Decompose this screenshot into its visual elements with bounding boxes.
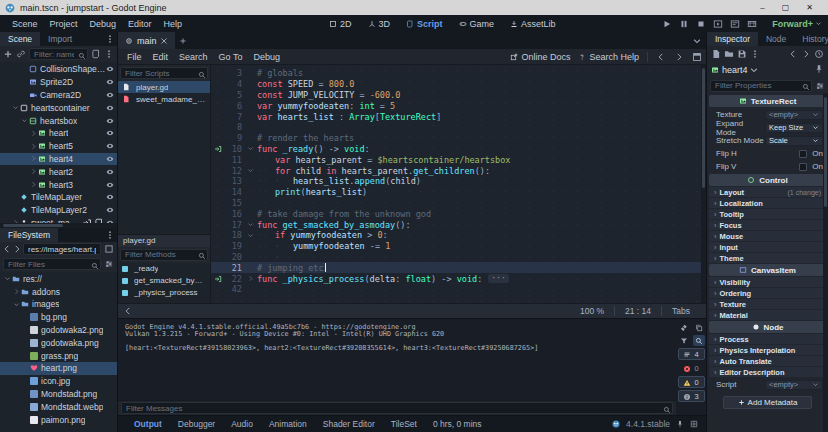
script-menu-file[interactable]: File [122, 51, 147, 63]
code-line-6[interactable]: 6var yummyfoodeaten: int = 5 [211, 100, 706, 111]
line-number[interactable]: 19 [224, 241, 245, 251]
scene-tree-menu-button[interactable] [104, 49, 114, 59]
fs-item-addons[interactable]: addons [0, 285, 117, 298]
copy-output-button[interactable] [693, 322, 705, 333]
clear-output-button[interactable] [678, 322, 690, 333]
filter-warnings-toggle[interactable]: 0 [678, 376, 705, 388]
code-line-42[interactable]: 42 [211, 284, 706, 295]
close-tab-button[interactable] [161, 37, 168, 44]
property-group-localization[interactable]: ›Localization [709, 198, 826, 208]
fs-back-button[interactable] [3, 246, 10, 253]
code-line-19[interactable]: 19››yummyfoodeaten -= 1 [211, 241, 706, 252]
code-line-21[interactable]: 21# jumping etc [211, 262, 706, 273]
inspector-vscrollbar[interactable] [823, 93, 828, 432]
fs-path-input[interactable] [23, 243, 101, 255]
fs-item-res-[interactable]: res:// [0, 273, 117, 286]
workspace-2d[interactable]: 2D [322, 18, 359, 30]
line-number[interactable]: 12 [224, 166, 245, 176]
bottom-tab-tileset[interactable]: TileSet [383, 419, 425, 429]
fs-filter-input[interactable] [3, 258, 101, 270]
property-group-ordering[interactable]: ›Ordering [709, 288, 826, 298]
code-line-7[interactable]: 7var hearts_list : Array[TextureRect] [211, 111, 706, 122]
checkbox-flip-h[interactable] [799, 150, 807, 158]
renderer-selector[interactable]: Forward+ [772, 19, 822, 29]
menu-debug[interactable]: Debug [84, 18, 123, 30]
resource-options-button[interactable] [750, 49, 760, 59]
property-group-theme[interactable]: ›Theme [709, 253, 826, 263]
bottom-tab-shader-editor[interactable]: Shader Editor [315, 419, 383, 429]
visibility-toggle[interactable] [106, 168, 114, 176]
fs-item-heart-png[interactable]: heart.png [0, 362, 117, 375]
scene-node-CollisionShape2D[interactable]: CollisionShape2D [0, 63, 117, 76]
tab-filesystem[interactable]: FileSystem [0, 228, 58, 242]
fold-toggle[interactable] [245, 232, 256, 239]
tab-inspector[interactable]: Inspector [707, 32, 758, 46]
fs-item-icon-jpg[interactable]: icon.jpg [0, 375, 117, 388]
code-line-9[interactable]: 9# render the hearts [211, 133, 706, 144]
line-number[interactable]: 7 [224, 112, 245, 122]
workspace-assetlib[interactable]: AssetLib [503, 18, 563, 30]
visibility-toggle[interactable] [106, 65, 114, 73]
filter-messages-toggle[interactable]: 4 [678, 348, 705, 360]
scene-node-heart5[interactable]: heart5 [0, 140, 117, 153]
line-number[interactable]: 5 [224, 90, 245, 100]
line-number[interactable]: 14 [224, 187, 245, 197]
method-item-get_smacked_by_asmoday[interactable]: get_smacked_by_asmoday [118, 275, 210, 287]
property-group-focus[interactable]: ›Focus [709, 220, 826, 230]
tab-node[interactable]: Node [758, 32, 794, 46]
fs-item-godotwaka-png[interactable]: godotwaka.png [0, 336, 117, 349]
minimize-button[interactable]: – [760, 4, 764, 12]
scene-node-heartscontainer[interactable]: heartscontainer [0, 101, 117, 114]
play-scene-button[interactable] [713, 19, 723, 29]
property-group-tooltip[interactable]: ›Tooltip [709, 209, 826, 219]
code-line-13[interactable]: 13››hearts_list.append(child) [211, 176, 706, 187]
code-line-16[interactable]: 16# take damage from the unknown god [211, 208, 706, 219]
expand-mode-selector[interactable]: Keep Size [765, 123, 823, 133]
line-number[interactable]: 20 [224, 252, 245, 262]
fs-item-paimon-png[interactable]: paimon.png [0, 413, 117, 426]
visibility-toggle[interactable] [106, 104, 114, 112]
line-number[interactable]: 6 [224, 101, 245, 111]
code-line-18[interactable]: 18›if yummyfoodeaten > 0: [211, 230, 706, 241]
toggle-split-mode-button[interactable] [104, 244, 114, 254]
filter-scripts-input[interactable] [120, 67, 208, 79]
pause-button[interactable] [679, 19, 689, 29]
filter-errors-toggle[interactable]: 0 [678, 362, 705, 374]
line-number[interactable]: 17 [224, 220, 245, 230]
expand-bottom-panel-button[interactable] [690, 420, 698, 428]
pin-properties-button[interactable] [814, 64, 824, 74]
closed-expander[interactable] [29, 168, 38, 175]
menu-project[interactable]: Project [44, 18, 84, 30]
code-line-3[interactable]: 3# globals [211, 68, 706, 79]
code-line-22[interactable]: 22func _physics_process(delta: float) ->… [211, 273, 706, 284]
property-group-texture[interactable]: ›Texture [709, 299, 826, 309]
line-number[interactable]: 4 [224, 79, 245, 89]
play-custom-scene-button[interactable] [730, 19, 740, 29]
code-line-11[interactable]: 11›var hearts_parent = $heartscontainer/… [211, 154, 706, 165]
scene-node-heart[interactable]: heart [0, 127, 117, 140]
collapse-duplicates-button[interactable] [678, 335, 690, 346]
scene-tree-hscrollbar[interactable] [0, 223, 117, 228]
line-number[interactable]: 18 [224, 230, 245, 240]
history-back-button[interactable] [656, 52, 666, 62]
checkbox-flip-v[interactable] [799, 163, 807, 171]
line-number[interactable]: 15 [224, 198, 245, 208]
tab-list-button[interactable] [692, 36, 702, 46]
fs-sort-button[interactable] [104, 259, 114, 269]
visibility-toggle[interactable] [106, 142, 114, 150]
new-tab-button[interactable] [175, 32, 191, 49]
bottom-tab-animation[interactable]: Animation [261, 419, 315, 429]
show-search-button[interactable] [693, 335, 705, 346]
scene-node-TileMapLayer2[interactable]: TileMapLayer2 [0, 204, 117, 217]
property-tools-button[interactable] [815, 81, 825, 91]
property-group-layout[interactable]: ›Layout(1 change) [709, 187, 826, 197]
property-group-mouse[interactable]: ›Mouse [709, 231, 826, 241]
indent-mode[interactable]: Tabs [661, 306, 700, 316]
stretch-mode-selector[interactable]: Scale [765, 136, 823, 146]
line-number[interactable]: 16 [224, 209, 245, 219]
filter-messages-input[interactable] [121, 402, 673, 414]
edit-history-button[interactable] [814, 49, 824, 59]
visibility-toggle[interactable] [106, 193, 114, 201]
line-number[interactable]: 8 [224, 122, 245, 132]
scene-node-heartsbox[interactable]: heartsbox [0, 114, 117, 127]
